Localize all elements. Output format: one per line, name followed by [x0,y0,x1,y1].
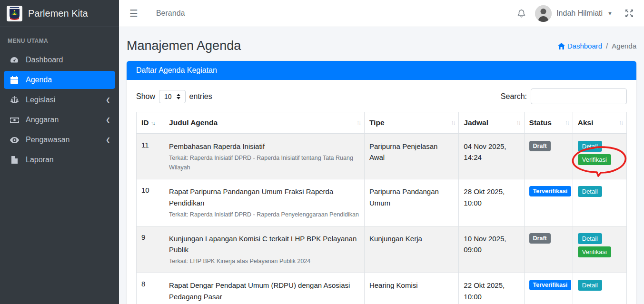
sidebar-item-label: Anggaran [26,116,59,124]
cell-jadwal: 22 Okt 2025, 10:00 [459,273,524,304]
cell-id: 8 [137,273,164,304]
calendar-icon [9,76,20,84]
sidebar-item-label: Dashboard [26,56,63,64]
page-length-select[interactable]: 10 [159,90,186,103]
detail-button[interactable]: Detail [578,233,602,244]
column-header-tipe[interactable]: Tipe↑↓ [364,112,458,134]
bell-icon[interactable] [517,9,525,18]
user-name: Indah Hilmiati [556,9,603,18]
column-header-jadwal[interactable]: Jadwal↑↓ [459,112,524,134]
card-header: Daftar Agenda Kegiatan [127,61,636,80]
breadcrumb-separator: / [606,42,608,50]
table-header-row: ID↑↓ Judul Agenda↑↓ Tipe↑↓ Jadwal↑↓ [137,112,627,134]
cell-tipe: Hearing Komisi [364,273,458,304]
sort-icon: ↑↓ [151,120,155,127]
sidebar-item-agenda[interactable]: Agenda [4,71,115,89]
sidebar-item-laporan[interactable]: Laporan [4,151,115,169]
cell-status: Terverifikasi [524,179,573,226]
detail-button[interactable]: Detail [578,186,602,197]
search-input[interactable] [531,88,627,104]
cell-id: 10 [137,179,164,226]
table-row: 8 Rapat Dengar Pendapat Umum (RDPU) deng… [137,273,627,304]
column-header-aksi[interactable]: Aksi↑↓ [573,112,626,134]
breadcrumb-dashboard-link[interactable]: Dashboard [558,42,602,50]
status-badge: Draft [529,141,551,151]
agenda-subtitle: Terkait: Raperda Inisiatif DPRD - Raperd… [169,153,359,172]
agenda-title: Pembahasan Raperda Inisiatif [169,141,359,152]
sidebar-item-anggaran[interactable]: Anggaran ❮ [4,111,115,129]
status-badge: Terverifikasi [529,280,572,290]
verifikasi-button[interactable]: Verifikasi [578,246,611,257]
user-menu[interactable]: Indah Hilmiati ▼ [535,5,613,22]
topbar-home-link[interactable]: Beranda [156,9,185,18]
detail-button[interactable]: Detail [578,141,602,152]
cell-aksi: Detail Verifikasi [573,134,626,179]
sidebar: Parlemen Kita MENU UTAMA Dashboard Agend… [0,0,119,304]
cell-tipe: Kunjungan Kerja [364,226,458,273]
sidebar-item-dashboard[interactable]: Dashboard [4,51,115,69]
cell-jadwal: 10 Nov 2025, 09:00 [459,226,524,273]
sidebar-item-label: Legislasi [26,96,55,104]
chevron-left-icon: ❮ [106,137,110,143]
breadcrumb: Dashboard / Agenda [558,42,636,50]
table-row: 9 Kunjungan Lapangan Komisi C terkait LH… [137,226,627,273]
cell-jadwal: 28 Okt 2025, 10:00 [459,179,524,226]
sort-icon: ↑↓ [565,119,569,126]
datatable-controls: Show 10 entries Search: [136,88,627,104]
cell-status: Draft [524,226,573,273]
cell-jadwal: 04 Nov 2025, 14:24 [459,134,524,179]
column-header-id[interactable]: ID↑↓ [137,112,164,134]
column-header-status[interactable]: Status↑↓ [524,112,573,134]
agenda-card: Daftar Agenda Kegiatan Show 10 entries S… [127,61,636,304]
cell-judul: Rapat Paripurna Pandangan Umum Fraksi Ra… [164,179,365,226]
agenda-table: ID↑↓ Judul Agenda↑↓ Tipe↑↓ Jadwal↑↓ [136,112,627,304]
select-arrows-icon [177,94,180,99]
sort-icon: ↑↓ [451,119,455,126]
money-bill-icon [9,117,20,123]
sidebar-item-label: Agenda [26,76,52,84]
table-row: 10 Rapat Paripurna Pandangan Umum Fraksi… [137,179,627,226]
cell-tipe: Paripurna Pandangan Umum [364,179,458,226]
cell-judul: Rapat Dengar Pendapat Umum (RDPU) dengan… [164,273,365,304]
sidebar-item-label: Laporan [26,156,54,164]
sort-icon: ↑↓ [516,119,520,126]
cell-aksi: Detail [573,179,626,226]
detail-button[interactable]: Detail [578,280,602,291]
status-badge: Draft [529,233,551,244]
chevron-down-icon: ▼ [607,10,613,16]
balance-scale-icon [9,96,20,104]
fullscreen-arrows-icon[interactable] [625,9,634,18]
search-label: Search: [501,92,527,101]
avatar [535,5,552,22]
sidebar-item-pengawasan[interactable]: Pengawasan ❮ [4,131,115,149]
sort-icon: ↑↓ [357,119,360,126]
eye-icon [9,137,20,143]
agenda-title: Kunjungan Lapangan Komisi C terkait LHP … [169,233,359,255]
brand-title: Parlemen Kita [28,8,88,19]
page-length-control: Show 10 entries [136,90,212,103]
hamburger-icon[interactable]: ☰ [129,9,138,18]
verifikasi-button[interactable]: Verifikasi [578,154,611,165]
sidebar-item-label: Pengawasan [26,136,70,144]
agenda-subtitle: Terkait: Raperda Inisiatif DPRD - Raperd… [169,210,359,219]
sidebar-nav: Dashboard Agenda Legislasi ❮ Anggara [0,51,119,169]
cell-aksi: Detail Verifikasi [573,226,626,273]
cell-judul: Kunjungan Lapangan Komisi C terkait LHP … [164,226,365,273]
table-row: 11 Pembahasan Raperda Inisiatif Terkait:… [137,134,627,179]
topbar: ☰ Beranda Indah Hilmiati [119,0,644,27]
agenda-title: Rapat Dengar Pendapat Umum (RDPU) dengan… [169,280,359,302]
cell-status: Terverifikasi [524,273,573,304]
column-header-judul-agenda[interactable]: Judul Agenda↑↓ [164,112,365,134]
sidebar-item-legislasi[interactable]: Legislasi ❮ [4,91,115,109]
cell-aksi: Detail [573,273,626,304]
chevron-left-icon: ❮ [106,117,110,123]
cell-id: 11 [137,134,164,179]
status-badge: Terverifikasi [529,186,572,196]
agenda-title: Rapat Paripurna Pandangan Umum Fraksi Ra… [169,186,359,208]
breadcrumb-current: Agenda [612,42,636,50]
cell-status: Draft [524,134,573,179]
page-title: Manajemen Agenda [127,39,241,53]
sort-icon: ↑↓ [619,119,623,126]
brand[interactable]: Parlemen Kita [0,0,119,27]
cell-tipe: Paripurna Penjelasan Awal [364,134,458,179]
